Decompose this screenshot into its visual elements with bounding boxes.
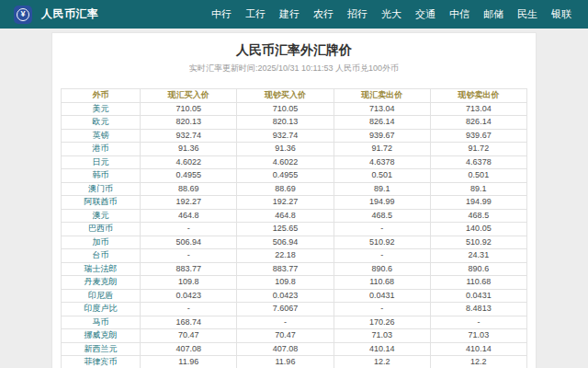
rate-cell: 710.05 [141, 102, 237, 116]
currency-link[interactable]: 英镑 [62, 129, 141, 143]
rate-cell: 710.05 [237, 102, 334, 116]
currency-link[interactable]: 澳元 [62, 209, 141, 223]
rate-cell: 8.4813 [430, 303, 526, 316]
rate-cell: 0.0431 [430, 289, 526, 303]
currency-link[interactable]: 台币 [62, 249, 141, 263]
rate-cell: 939.67 [430, 129, 526, 143]
rate-cell: 91.72 [334, 143, 430, 156]
rate-cell: 170.26 [334, 316, 430, 329]
rate-cell: 91.36 [237, 143, 334, 156]
table-row: 澳元464.8464.8468.5468.5 [62, 209, 527, 223]
nav-item-4[interactable]: 招行 [347, 7, 368, 21]
rate-cell: 0.0423 [141, 289, 237, 303]
rate-cell: 939.67 [334, 129, 430, 143]
rate-cell: - [334, 303, 430, 316]
table-row: 菲律宾币11.9611.9612.212.2 [62, 356, 527, 368]
rate-cell: 932.74 [237, 129, 334, 143]
rate-cell: 506.94 [237, 236, 334, 249]
rate-cell: 407.08 [237, 342, 334, 356]
rate-cell: 88.69 [237, 182, 334, 196]
rate-cell: 0.4955 [237, 169, 334, 183]
currency-link[interactable]: 瑞士法郎 [62, 262, 141, 276]
table-row: 瑞士法郎883.77883.77890.6890.6 [62, 262, 527, 276]
currency-link[interactable]: 印尼盾 [62, 289, 141, 303]
rate-cell: 410.14 [430, 342, 526, 356]
currency-link[interactable]: 日元 [62, 155, 141, 169]
currency-link[interactable]: 韩币 [62, 169, 141, 183]
rate-cell: 464.8 [141, 209, 237, 223]
rate-cell: 88.69 [141, 182, 237, 196]
rate-cell: 890.6 [430, 262, 526, 276]
table-row: 台币-22.18-24.31 [62, 249, 527, 263]
rate-cell: 407.08 [141, 342, 237, 356]
top-bar: ¥ 人民币汇率 中行工行建行农行招行光大交通中信邮储民生银联 [0, 0, 588, 29]
rate-cell: - [430, 316, 526, 329]
rate-cell: 820.13 [237, 116, 334, 130]
rate-cell: 91.36 [141, 143, 237, 156]
rate-cell: 0.501 [430, 169, 526, 183]
rate-cell: 110.68 [430, 276, 526, 290]
rate-cell: 464.8 [237, 209, 334, 223]
exchange-rate-table: 外币现汇买入价现钞买入价现汇卖出价现钞卖出价 美元710.05710.05713… [61, 88, 527, 368]
nav-item-3[interactable]: 农行 [313, 7, 334, 21]
rate-cell: 7.6067 [237, 303, 334, 316]
rate-cell: - [334, 249, 430, 263]
rate-cell: 932.74 [141, 129, 237, 143]
table-row: 加币506.94506.94510.92510.92 [62, 236, 527, 249]
currency-link[interactable]: 阿联酋币 [62, 196, 141, 210]
nav-item-0[interactable]: 中行 [211, 7, 232, 21]
currency-link[interactable]: 巴西币 [62, 223, 141, 236]
nav-item-1[interactable]: 工行 [245, 7, 266, 21]
currency-link[interactable]: 澳门币 [62, 182, 141, 196]
currency-link[interactable]: 欧元 [62, 116, 141, 130]
rate-cell: 713.04 [430, 102, 526, 116]
currency-link[interactable]: 菲律宾币 [62, 356, 141, 368]
table-row: 丹麦克朗109.8109.8110.68110.68 [62, 276, 527, 290]
rate-cell: 89.1 [334, 182, 430, 196]
rate-cell: 883.77 [141, 262, 237, 276]
currency-link[interactable]: 印度卢比 [62, 303, 141, 316]
currency-link[interactable]: 丹麦克朗 [62, 276, 141, 290]
rate-cell: 192.27 [141, 196, 237, 210]
content-card: 人民币汇率外汇牌价 实时汇率更新时间:2025/10/31 10:11:53 人… [51, 32, 537, 368]
rate-cell: 826.14 [334, 116, 430, 130]
table-row: 欧元820.13820.13826.14826.14 [62, 116, 527, 130]
table-header-row: 外币现汇买入价现钞买入价现汇卖出价现钞卖出价 [62, 89, 527, 103]
currency-link[interactable]: 加币 [62, 236, 141, 249]
rate-cell: 713.04 [334, 102, 430, 116]
rate-cell: 140.05 [430, 223, 526, 236]
rate-cell: 22.18 [237, 249, 334, 263]
nav-item-6[interactable]: 交通 [415, 7, 435, 21]
rate-cell: 0.501 [334, 169, 430, 183]
rate-cell: 70.47 [141, 329, 237, 343]
currency-link[interactable]: 挪威克朗 [62, 329, 141, 343]
rate-cell: 11.96 [141, 356, 237, 368]
nav-item-5[interactable]: 光大 [381, 7, 401, 21]
rate-cell: 820.13 [141, 116, 237, 130]
bank-nav: 中行工行建行农行招行光大交通中信邮储民生银联 [211, 7, 571, 21]
rate-cell: 70.47 [237, 329, 334, 343]
currency-link[interactable]: 美元 [62, 102, 141, 116]
rate-cell: 194.99 [430, 196, 526, 210]
currency-link[interactable]: 港币 [62, 143, 141, 156]
nav-item-9[interactable]: 民生 [517, 7, 537, 21]
currency-link[interactable]: 新西兰元 [62, 342, 141, 356]
nav-item-2[interactable]: 建行 [279, 7, 300, 21]
table-row: 英镑932.74932.74939.67939.67 [62, 129, 527, 143]
rate-cell: - [141, 249, 237, 263]
column-header: 现钞买入价 [237, 89, 334, 103]
nav-item-10[interactable]: 银联 [551, 7, 571, 21]
rate-cell: 71.03 [334, 329, 430, 343]
nav-item-8[interactable]: 邮储 [483, 7, 503, 21]
column-header: 现汇买入价 [141, 89, 237, 103]
rate-cell: - [141, 303, 237, 316]
table-row: 澳门币88.6988.6989.189.1 [62, 182, 527, 196]
nav-item-7[interactable]: 中信 [449, 7, 469, 21]
rate-cell: 468.5 [430, 209, 526, 223]
rate-cell: 0.0431 [334, 289, 430, 303]
rate-cell: 11.96 [237, 356, 334, 368]
currency-link[interactable]: 马币 [62, 316, 141, 329]
rate-cell: 0.4955 [141, 169, 237, 183]
table-row: 港币91.3691.3691.7291.72 [62, 143, 527, 156]
rate-cell: 410.14 [334, 342, 430, 356]
